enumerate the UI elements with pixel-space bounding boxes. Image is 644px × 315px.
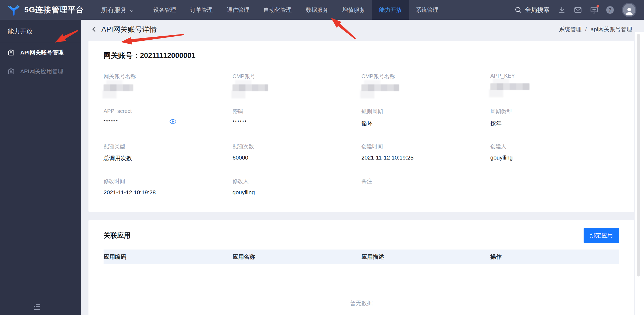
back-button[interactable] (91, 26, 98, 33)
field-empty-cell (490, 178, 619, 196)
column-header-actions: 操作 (490, 253, 619, 261)
field-password: 密码 ****** (232, 108, 361, 127)
section-title: 关联应用 (104, 231, 131, 240)
column-header-app-name: 应用名称 (232, 253, 361, 261)
download-icon[interactable] (558, 6, 566, 14)
nav-item-data-service[interactable]: 数据服务 (299, 0, 335, 20)
sidebar-item-label: API网关应用管理 (20, 68, 63, 75)
nav-item-label: 通信管理 (227, 6, 249, 14)
nav-item-label: 数据服务 (306, 6, 328, 14)
breadcrumb-separator: / (585, 26, 587, 33)
nav-item-label: 增值服务 (342, 6, 365, 14)
field-create-time: 创建时间 2021-11-12 10:19:25 (361, 143, 490, 162)
field-label: 备注 (361, 178, 490, 185)
field-value: gouyiling (232, 189, 361, 196)
redacted-value (232, 84, 361, 92)
field-value-masked: ****** (104, 119, 118, 124)
detail-title-label: 网关账号： (104, 51, 140, 60)
field-value: 循环 (361, 120, 490, 127)
topbar-actions: 全局搜索 ? (515, 4, 644, 16)
field-label: 配额次数 (232, 143, 361, 150)
brand: 5G连接管理平台 (8, 4, 84, 16)
sidebar: 能力开放 API网关账号管理 API网关应用管理 (0, 20, 81, 315)
monitor-icon[interactable] (590, 6, 598, 14)
chevron-down-icon (129, 8, 134, 12)
breadcrumb-item-system-mgmt[interactable]: 系统管理 (559, 26, 581, 33)
field-cycle-type: 周期类型 按年 (490, 108, 619, 127)
page-title: API网关账号详情 (101, 25, 157, 34)
menu-fold-icon[interactable] (33, 303, 41, 311)
nav-item-automation-mgmt[interactable]: 自动化管理 (256, 0, 299, 20)
nav-item-label: 订单管理 (190, 6, 213, 14)
search-icon (515, 6, 522, 14)
field-cmp-account: CMP账号 (232, 73, 361, 92)
help-icon[interactable]: ? (606, 6, 614, 14)
brand-title: 5G连接管理平台 (24, 5, 84, 15)
field-gateway-account-name: 网关账号名称 (104, 73, 232, 92)
sidebar-item-api-gateway-account-mgmt[interactable]: API网关账号管理 (0, 44, 81, 61)
nav-item-system-mgmt[interactable]: 系统管理 (409, 0, 446, 20)
sidebar-title: 能力开放 (0, 20, 81, 42)
field-value: 总调用次数 (104, 154, 232, 162)
nav-item-label: 设备管理 (153, 6, 176, 14)
field-label: 配额类型 (104, 143, 232, 150)
breadcrumb: 系统管理 / api网关账号管理 (559, 26, 632, 33)
mail-icon[interactable] (574, 6, 582, 14)
nav-item-comm-mgmt[interactable]: 通信管理 (220, 0, 256, 20)
nav-item-order-mgmt[interactable]: 订单管理 (183, 0, 220, 20)
nav-item-label: 自动化管理 (263, 6, 292, 14)
nav-item-all-services[interactable]: 所有服务 (96, 0, 139, 20)
field-label: APP_screct (104, 108, 232, 114)
apps-table-header: 应用编码 应用名称 应用描述 操作 (104, 250, 619, 264)
field-modifier: 修改人 gouyiling (232, 178, 361, 196)
field-label: CMP账号 (232, 73, 361, 80)
related-apps-header: 关联应用 绑定应用 (104, 228, 619, 243)
top-nav: 所有服务 设备管理 订单管理 通信管理 自动化管理 数据服务 增值服务 能力开放… (96, 0, 446, 20)
scrollbar[interactable] (635, 32, 644, 315)
field-creator: 创建人 gouyiling (490, 143, 619, 162)
field-label: 周期类型 (490, 108, 619, 115)
page-header: API网关账号详情 系统管理 / api网关账号管理 (81, 20, 644, 39)
nav-item-device-mgmt[interactable]: 设备管理 (146, 0, 183, 20)
field-modify-time: 修改时间 2021-11-12 10:19:28 (104, 178, 232, 196)
empty-state: 暂无数据 (104, 264, 619, 315)
related-apps-card: 关联应用 绑定应用 应用编码 应用名称 应用描述 操作 暂无数据 (88, 220, 634, 315)
nav-item-label: 系统管理 (416, 6, 439, 14)
nav-item-label: 能力开放 (379, 6, 402, 14)
field-value: 60000 (232, 154, 361, 161)
detail-field-grid: 网关账号名称 CMP账号 CMP账号名称 APP_KEY APP_screct … (104, 73, 619, 196)
detail-title: 网关账号：20211112000001 (104, 51, 619, 60)
field-label: 创建人 (490, 143, 619, 150)
global-search[interactable]: 全局搜索 (515, 6, 550, 14)
breadcrumb-item-api-gateway-account[interactable]: api网关账号管理 (591, 26, 632, 33)
nav-item-label: 所有服务 (101, 6, 127, 14)
gateway-account-detail-card: 网关账号：20211112000001 网关账号名称 CMP账号 CMP账号名称… (88, 41, 634, 212)
field-rule-cycle: 规则周期 循环 (361, 108, 490, 127)
field-value: 按年 (490, 120, 619, 127)
field-label: 创建时间 (361, 143, 490, 150)
search-label: 全局搜索 (525, 6, 550, 14)
bind-app-button[interactable]: 绑定应用 (584, 228, 619, 243)
field-remark: 备注 (361, 178, 490, 196)
field-cmp-account-name: CMP账号名称 (361, 73, 490, 92)
sidebar-item-api-gateway-app-mgmt[interactable]: API网关应用管理 (0, 63, 81, 80)
nav-item-capability-open[interactable]: 能力开放 (372, 0, 409, 20)
field-label: CMP账号名称 (361, 73, 490, 80)
eye-icon[interactable] (169, 119, 176, 124)
scrollbar-thumb[interactable] (637, 34, 640, 276)
sidebar-item-label: API网关账号管理 (20, 49, 64, 56)
telecom-logo-icon (8, 4, 20, 16)
nav-item-value-added-service[interactable]: 增值服务 (335, 0, 372, 20)
avatar[interactable] (623, 4, 635, 16)
detail-title-value: 20211112000001 (140, 51, 196, 60)
field-value: 2021-11-12 10:19:25 (361, 154, 490, 161)
field-value: 2021-11-12 10:19:28 (104, 189, 232, 196)
field-quota-count: 配额次数 60000 (232, 143, 361, 162)
field-label: 密码 (232, 108, 361, 115)
notification-dot (597, 5, 599, 8)
clipboard-icon (8, 49, 15, 56)
field-value: gouyiling (490, 154, 619, 161)
field-value-masked: ****** (232, 120, 361, 125)
field-label: 修改时间 (104, 178, 232, 185)
column-header-app-code: 应用编码 (104, 253, 232, 261)
